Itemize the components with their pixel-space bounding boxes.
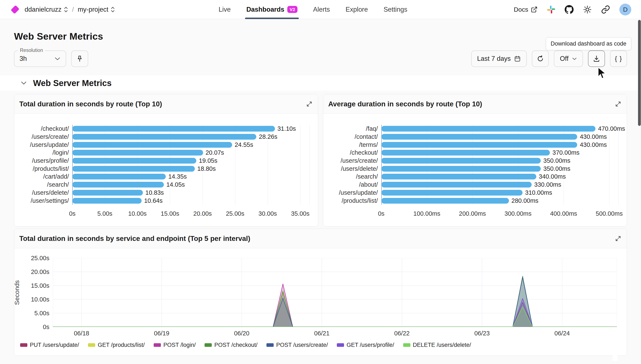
section-title: Web Server Metrics bbox=[33, 78, 112, 88]
bar-value-label: 19.05s bbox=[199, 157, 217, 164]
expand-panel-button[interactable] bbox=[615, 236, 621, 242]
unfold-more-icon bbox=[111, 6, 115, 13]
x-axis-tick: 100.00ms bbox=[413, 210, 440, 217]
tab-live[interactable]: Live bbox=[219, 0, 231, 19]
bar bbox=[381, 150, 550, 156]
expand-icon bbox=[615, 101, 621, 107]
bar-row[interactable]: 14.05s bbox=[72, 181, 309, 189]
tab-dashboards[interactable]: DashboardsV2 bbox=[246, 0, 297, 19]
bar bbox=[72, 198, 142, 204]
expand-panel-button[interactable] bbox=[615, 101, 621, 107]
sun-icon bbox=[583, 5, 592, 14]
y-axis-tick: 20.00s bbox=[31, 268, 49, 276]
bar-row[interactable]: 330.00ms bbox=[381, 181, 618, 189]
tab-label: Alerts bbox=[313, 6, 330, 13]
bar-row[interactable]: 370.00ms bbox=[381, 149, 618, 157]
panel-total-duration-by-route: Total duration in seconds by route (Top … bbox=[14, 94, 318, 226]
theme-toggle-button[interactable] bbox=[583, 5, 592, 14]
area-chart-plot[interactable]: 06/1806/1906/2006/2106/2206/2306/24 bbox=[53, 258, 617, 340]
bar-row[interactable]: 24.55s bbox=[72, 141, 309, 149]
legend-item[interactable]: PUT /users/update/ bbox=[20, 342, 79, 348]
panel-title: Total duration in seconds by route (Top … bbox=[19, 100, 162, 108]
bar-value-label: 340.00ms bbox=[539, 173, 566, 180]
pin-resolution-button[interactable] bbox=[71, 50, 88, 67]
logo-diamond-icon[interactable] bbox=[11, 5, 19, 14]
tab-alerts[interactable]: Alerts bbox=[313, 0, 330, 19]
bar-row[interactable]: 350.00ms bbox=[381, 165, 618, 173]
braces-icon: { } bbox=[615, 55, 622, 62]
bar-row[interactable]: 10.83s bbox=[72, 189, 309, 197]
bar-row[interactable]: 430.00ms bbox=[381, 141, 618, 149]
section-collapse-toggle[interactable]: Web Server Metrics bbox=[0, 76, 641, 91]
bar bbox=[72, 158, 196, 164]
legend-item[interactable]: DELETE /users/delete/ bbox=[403, 342, 471, 348]
auto-refresh-value: Off bbox=[560, 55, 568, 62]
time-range-button[interactable]: Last 7 days bbox=[471, 50, 527, 67]
tab-label: Live bbox=[219, 6, 231, 13]
bar bbox=[381, 182, 532, 188]
legend-item[interactable]: POST /users/create/ bbox=[266, 342, 328, 348]
area-chart: Seconds 0s5.00s10.00s15.00s20.00s25.00s … bbox=[14, 248, 627, 340]
legend-label: POST /checkout/ bbox=[214, 342, 258, 348]
panel-scrollbar-thumb[interactable] bbox=[612, 344, 617, 361]
legend-item[interactable]: POST /login/ bbox=[154, 342, 196, 348]
docs-label: Docs bbox=[514, 6, 528, 13]
bar-row[interactable]: 340.00ms bbox=[381, 173, 618, 181]
legend-label: POST /login/ bbox=[163, 342, 196, 348]
github-button[interactable] bbox=[565, 5, 573, 14]
bar-value-label: 10.64s bbox=[144, 197, 163, 204]
chevron-down-icon bbox=[20, 81, 27, 85]
x-axis-tick: 35.00s bbox=[291, 210, 309, 217]
tab-explore[interactable]: Explore bbox=[346, 0, 368, 19]
bar-category-label: /users/delete/ bbox=[328, 165, 381, 173]
share-link-button[interactable] bbox=[601, 5, 610, 14]
expand-panel-button[interactable] bbox=[306, 101, 312, 107]
bar-category-label: /search/ bbox=[19, 181, 72, 189]
refresh-button[interactable] bbox=[532, 50, 549, 67]
bar-row[interactable]: 18.80s bbox=[72, 165, 309, 173]
download-icon bbox=[593, 55, 600, 62]
tab-settings[interactable]: Settings bbox=[383, 0, 407, 19]
area-series-post-users-create- bbox=[53, 277, 617, 327]
bar-row[interactable]: 430.00ms bbox=[381, 133, 618, 141]
view-code-button[interactable]: { } bbox=[610, 50, 627, 67]
org-switcher[interactable]: ddanielcruzz bbox=[25, 6, 68, 13]
bar-row[interactable]: 280.00ms bbox=[381, 196, 618, 205]
expand-icon bbox=[615, 236, 621, 242]
user-avatar[interactable]: D bbox=[619, 4, 631, 16]
page-scrollbar[interactable] bbox=[638, 20, 641, 126]
project-switcher[interactable]: my-project bbox=[78, 6, 115, 13]
bar-value-label: 470.00ms bbox=[598, 125, 625, 132]
bar-row[interactable]: 470.00ms bbox=[381, 125, 618, 133]
bar-row[interactable]: 28.26s bbox=[72, 133, 309, 141]
bar-row[interactable]: 10.64s bbox=[72, 196, 309, 205]
legend-swatch-icon bbox=[266, 343, 274, 347]
resolution-select[interactable]: Resolution 3h bbox=[14, 50, 66, 67]
bar-row[interactable]: 31.10s bbox=[72, 125, 309, 133]
bar-row[interactable]: 310.00ms bbox=[381, 189, 618, 197]
expand-icon bbox=[306, 101, 312, 107]
docs-link[interactable]: Docs bbox=[514, 6, 537, 13]
bar-value-label: 24.55s bbox=[235, 141, 253, 148]
bar-row[interactable]: 14.35s bbox=[72, 173, 309, 181]
legend-item[interactable]: GET /products/list/ bbox=[88, 342, 145, 348]
bar-category-label: /contact/ bbox=[328, 133, 381, 141]
bar bbox=[381, 158, 541, 164]
project-name: my-project bbox=[78, 6, 108, 13]
slack-button[interactable] bbox=[547, 5, 555, 14]
area-series-post-login- bbox=[53, 284, 617, 327]
bar-row[interactable]: 20.07s bbox=[72, 149, 309, 157]
bar-row[interactable]: 19.05s bbox=[72, 157, 309, 165]
legend-item[interactable]: GET /users/profile/ bbox=[337, 342, 394, 348]
download-dashboard-button[interactable] bbox=[588, 50, 605, 67]
tab-label: Dashboards bbox=[246, 6, 284, 13]
bar-row[interactable]: 350.00ms bbox=[381, 157, 618, 165]
x-axis-tick: 10.00s bbox=[128, 210, 147, 217]
auto-refresh-select[interactable]: Off bbox=[554, 50, 583, 67]
legend-item[interactable]: POST /checkout/ bbox=[205, 342, 258, 348]
y-axis-label: Seconds bbox=[14, 280, 21, 305]
x-axis-tick: 06/21 bbox=[314, 330, 330, 337]
bar-value-label: 18.80s bbox=[197, 165, 216, 172]
legend-swatch-icon bbox=[205, 343, 212, 347]
avatar-letter: D bbox=[623, 6, 628, 13]
